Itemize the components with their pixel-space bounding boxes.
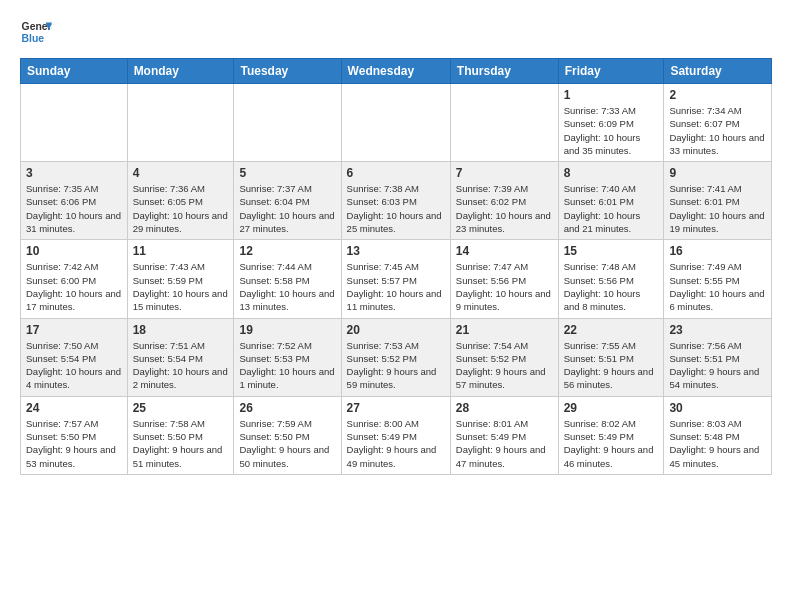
- day-cell: 28Sunrise: 8:01 AM Sunset: 5:49 PM Dayli…: [450, 396, 558, 474]
- day-cell: 27Sunrise: 8:00 AM Sunset: 5:49 PM Dayli…: [341, 396, 450, 474]
- day-info: Sunrise: 7:37 AM Sunset: 6:04 PM Dayligh…: [239, 182, 335, 235]
- day-info: Sunrise: 7:55 AM Sunset: 5:51 PM Dayligh…: [564, 339, 659, 392]
- day-cell: 16Sunrise: 7:49 AM Sunset: 5:55 PM Dayli…: [664, 240, 772, 318]
- logo-icon: General Blue: [20, 16, 52, 48]
- day-number: 12: [239, 244, 335, 258]
- day-number: 5: [239, 166, 335, 180]
- day-cell: 13Sunrise: 7:45 AM Sunset: 5:57 PM Dayli…: [341, 240, 450, 318]
- day-cell: 24Sunrise: 7:57 AM Sunset: 5:50 PM Dayli…: [21, 396, 128, 474]
- day-info: Sunrise: 7:39 AM Sunset: 6:02 PM Dayligh…: [456, 182, 553, 235]
- day-number: 26: [239, 401, 335, 415]
- day-cell: [21, 84, 128, 162]
- day-number: 29: [564, 401, 659, 415]
- day-info: Sunrise: 7:40 AM Sunset: 6:01 PM Dayligh…: [564, 182, 659, 235]
- day-header-tuesday: Tuesday: [234, 59, 341, 84]
- day-cell: 20Sunrise: 7:53 AM Sunset: 5:52 PM Dayli…: [341, 318, 450, 396]
- week-row-2: 3Sunrise: 7:35 AM Sunset: 6:06 PM Daylig…: [21, 162, 772, 240]
- day-info: Sunrise: 7:38 AM Sunset: 6:03 PM Dayligh…: [347, 182, 445, 235]
- day-number: 27: [347, 401, 445, 415]
- day-cell: 14Sunrise: 7:47 AM Sunset: 5:56 PM Dayli…: [450, 240, 558, 318]
- day-number: 19: [239, 323, 335, 337]
- day-number: 25: [133, 401, 229, 415]
- day-cell: 21Sunrise: 7:54 AM Sunset: 5:52 PM Dayli…: [450, 318, 558, 396]
- day-info: Sunrise: 8:02 AM Sunset: 5:49 PM Dayligh…: [564, 417, 659, 470]
- day-number: 2: [669, 88, 766, 102]
- week-row-1: 1Sunrise: 7:33 AM Sunset: 6:09 PM Daylig…: [21, 84, 772, 162]
- day-number: 28: [456, 401, 553, 415]
- day-info: Sunrise: 7:36 AM Sunset: 6:05 PM Dayligh…: [133, 182, 229, 235]
- week-row-3: 10Sunrise: 7:42 AM Sunset: 6:00 PM Dayli…: [21, 240, 772, 318]
- day-info: Sunrise: 7:58 AM Sunset: 5:50 PM Dayligh…: [133, 417, 229, 470]
- day-number: 9: [669, 166, 766, 180]
- day-info: Sunrise: 7:43 AM Sunset: 5:59 PM Dayligh…: [133, 260, 229, 313]
- day-info: Sunrise: 7:59 AM Sunset: 5:50 PM Dayligh…: [239, 417, 335, 470]
- day-cell: 1Sunrise: 7:33 AM Sunset: 6:09 PM Daylig…: [558, 84, 664, 162]
- day-header-wednesday: Wednesday: [341, 59, 450, 84]
- day-cell: [127, 84, 234, 162]
- day-info: Sunrise: 7:45 AM Sunset: 5:57 PM Dayligh…: [347, 260, 445, 313]
- day-number: 17: [26, 323, 122, 337]
- day-cell: 3Sunrise: 7:35 AM Sunset: 6:06 PM Daylig…: [21, 162, 128, 240]
- week-row-4: 17Sunrise: 7:50 AM Sunset: 5:54 PM Dayli…: [21, 318, 772, 396]
- day-number: 6: [347, 166, 445, 180]
- day-number: 13: [347, 244, 445, 258]
- day-info: Sunrise: 7:54 AM Sunset: 5:52 PM Dayligh…: [456, 339, 553, 392]
- day-header-monday: Monday: [127, 59, 234, 84]
- day-number: 20: [347, 323, 445, 337]
- calendar: SundayMondayTuesdayWednesdayThursdayFrid…: [20, 58, 772, 475]
- day-cell: 25Sunrise: 7:58 AM Sunset: 5:50 PM Dayli…: [127, 396, 234, 474]
- day-info: Sunrise: 7:42 AM Sunset: 6:00 PM Dayligh…: [26, 260, 122, 313]
- header-row: SundayMondayTuesdayWednesdayThursdayFrid…: [21, 59, 772, 84]
- day-header-friday: Friday: [558, 59, 664, 84]
- day-cell: [234, 84, 341, 162]
- day-cell: 26Sunrise: 7:59 AM Sunset: 5:50 PM Dayli…: [234, 396, 341, 474]
- day-info: Sunrise: 7:35 AM Sunset: 6:06 PM Dayligh…: [26, 182, 122, 235]
- svg-text:Blue: Blue: [22, 33, 45, 44]
- day-number: 24: [26, 401, 122, 415]
- day-info: Sunrise: 7:41 AM Sunset: 6:01 PM Dayligh…: [669, 182, 766, 235]
- day-cell: 23Sunrise: 7:56 AM Sunset: 5:51 PM Dayli…: [664, 318, 772, 396]
- day-number: 8: [564, 166, 659, 180]
- day-number: 15: [564, 244, 659, 258]
- day-cell: 12Sunrise: 7:44 AM Sunset: 5:58 PM Dayli…: [234, 240, 341, 318]
- day-info: Sunrise: 7:34 AM Sunset: 6:07 PM Dayligh…: [669, 104, 766, 157]
- day-info: Sunrise: 7:52 AM Sunset: 5:53 PM Dayligh…: [239, 339, 335, 392]
- day-info: Sunrise: 7:50 AM Sunset: 5:54 PM Dayligh…: [26, 339, 122, 392]
- day-header-sunday: Sunday: [21, 59, 128, 84]
- day-info: Sunrise: 8:03 AM Sunset: 5:48 PM Dayligh…: [669, 417, 766, 470]
- day-number: 23: [669, 323, 766, 337]
- day-cell: 17Sunrise: 7:50 AM Sunset: 5:54 PM Dayli…: [21, 318, 128, 396]
- day-cell: 19Sunrise: 7:52 AM Sunset: 5:53 PM Dayli…: [234, 318, 341, 396]
- day-cell: 22Sunrise: 7:55 AM Sunset: 5:51 PM Dayli…: [558, 318, 664, 396]
- header: General Blue: [20, 16, 772, 48]
- day-number: 21: [456, 323, 553, 337]
- day-cell: 5Sunrise: 7:37 AM Sunset: 6:04 PM Daylig…: [234, 162, 341, 240]
- day-info: Sunrise: 8:01 AM Sunset: 5:49 PM Dayligh…: [456, 417, 553, 470]
- day-number: 10: [26, 244, 122, 258]
- day-number: 3: [26, 166, 122, 180]
- day-cell: 9Sunrise: 7:41 AM Sunset: 6:01 PM Daylig…: [664, 162, 772, 240]
- day-info: Sunrise: 7:48 AM Sunset: 5:56 PM Dayligh…: [564, 260, 659, 313]
- day-cell: [341, 84, 450, 162]
- day-cell: [450, 84, 558, 162]
- day-cell: 2Sunrise: 7:34 AM Sunset: 6:07 PM Daylig…: [664, 84, 772, 162]
- day-number: 1: [564, 88, 659, 102]
- day-info: Sunrise: 7:33 AM Sunset: 6:09 PM Dayligh…: [564, 104, 659, 157]
- day-header-saturday: Saturday: [664, 59, 772, 84]
- day-cell: 11Sunrise: 7:43 AM Sunset: 5:59 PM Dayli…: [127, 240, 234, 318]
- day-info: Sunrise: 7:51 AM Sunset: 5:54 PM Dayligh…: [133, 339, 229, 392]
- day-number: 18: [133, 323, 229, 337]
- day-number: 30: [669, 401, 766, 415]
- day-info: Sunrise: 7:53 AM Sunset: 5:52 PM Dayligh…: [347, 339, 445, 392]
- day-info: Sunrise: 7:57 AM Sunset: 5:50 PM Dayligh…: [26, 417, 122, 470]
- day-number: 11: [133, 244, 229, 258]
- day-cell: 4Sunrise: 7:36 AM Sunset: 6:05 PM Daylig…: [127, 162, 234, 240]
- day-number: 7: [456, 166, 553, 180]
- day-number: 16: [669, 244, 766, 258]
- day-header-thursday: Thursday: [450, 59, 558, 84]
- day-cell: 29Sunrise: 8:02 AM Sunset: 5:49 PM Dayli…: [558, 396, 664, 474]
- day-info: Sunrise: 8:00 AM Sunset: 5:49 PM Dayligh…: [347, 417, 445, 470]
- day-cell: 8Sunrise: 7:40 AM Sunset: 6:01 PM Daylig…: [558, 162, 664, 240]
- day-info: Sunrise: 7:47 AM Sunset: 5:56 PM Dayligh…: [456, 260, 553, 313]
- day-number: 22: [564, 323, 659, 337]
